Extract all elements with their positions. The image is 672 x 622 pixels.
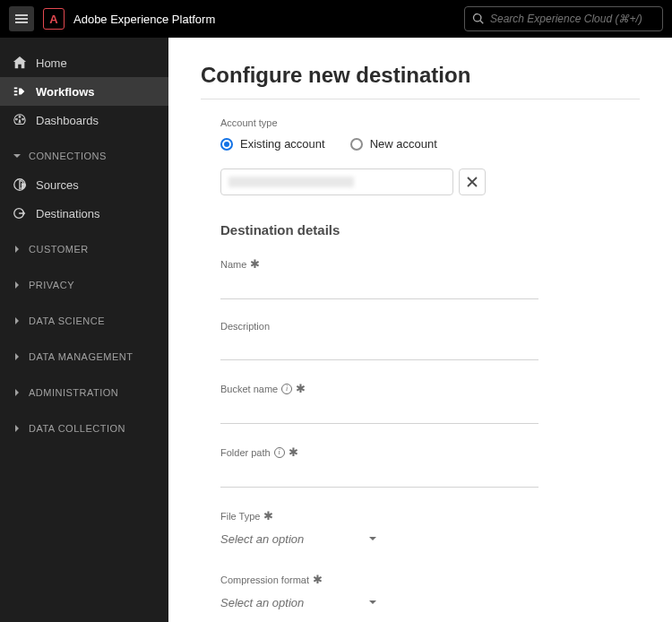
sources-icon (13, 177, 27, 192)
destinations-icon (13, 206, 27, 220)
filetype-field-wrapper: File Type ✱ Select an option (220, 509, 538, 551)
account-type-radio-group: Existing account New account (220, 137, 640, 151)
menu-icon (14, 12, 29, 26)
section-administration[interactable]: ADMINISTRATION (0, 378, 168, 407)
name-field-wrapper: Name ✱ (220, 257, 538, 299)
section-customer[interactable]: CUSTOMER (0, 235, 168, 263)
info-icon[interactable]: i (281, 384, 292, 394)
radio-label: New account (370, 137, 437, 151)
nav-label: Sources (36, 178, 79, 192)
select-placeholder: Select an option (220, 596, 304, 609)
page-title: Configure new destination (201, 63, 640, 88)
nav-dashboards[interactable]: Dashboards (0, 106, 168, 134)
description-label: Description (220, 321, 270, 332)
required-icon: ✱ (313, 573, 323, 586)
bucket-input[interactable] (220, 399, 538, 424)
nav-label: Dashboards (36, 114, 99, 127)
required-icon: ✱ (250, 257, 260, 271)
radio-label: Existing account (240, 137, 325, 151)
folder-label: Folder path (220, 447, 271, 458)
name-input[interactable] (220, 274, 538, 299)
nav-label: Workflows (36, 85, 95, 99)
section-datamanagement[interactable]: DATA MANAGEMENT (0, 342, 168, 371)
compression-field-wrapper: Compression format ✱ Select an option (220, 573, 538, 615)
radio-new-account[interactable]: New account (350, 137, 437, 151)
section-label: DATA MANAGEMENT (29, 351, 134, 362)
chevron-down-icon (368, 598, 377, 607)
chevron-right-icon (13, 281, 22, 289)
required-icon: ✱ (289, 445, 298, 459)
select-placeholder: Select an option (220, 532, 304, 546)
chevron-right-icon (13, 316, 22, 325)
search-box[interactable] (464, 6, 663, 31)
section-label: DATA SCIENCE (29, 315, 105, 326)
hamburger-menu[interactable] (9, 6, 34, 31)
radio-existing-account[interactable]: Existing account (220, 137, 325, 151)
chevron-right-icon (13, 245, 22, 254)
account-type-label: Account type (220, 117, 640, 128)
section-datascience[interactable]: DATA SCIENCE (0, 307, 168, 335)
required-icon: ✱ (263, 509, 273, 523)
folder-field-wrapper: Folder path i ✱ (220, 445, 538, 488)
close-icon (467, 177, 478, 187)
radio-icon (220, 138, 233, 151)
section-label: PRIVACY (29, 280, 74, 290)
search-icon (472, 13, 485, 25)
dashboard-icon (13, 113, 27, 127)
section-label: CONNECTIONS (29, 151, 107, 161)
chevron-down-icon (368, 534, 377, 543)
nav-label: Home (36, 56, 67, 70)
section-label: ADMINISTRATION (29, 387, 118, 398)
nav-sources[interactable]: Sources (0, 170, 168, 199)
logo-letter: A (49, 13, 57, 26)
section-connections[interactable]: CONNECTIONS (0, 142, 168, 170)
account-value-redacted (228, 177, 354, 187)
section-label: CUSTOMER (29, 244, 89, 255)
chevron-right-icon (13, 352, 22, 361)
compression-select[interactable]: Select an option (220, 590, 377, 615)
description-input[interactable] (220, 335, 538, 360)
nav-destinations[interactable]: Destinations (0, 199, 168, 228)
chevron-right-icon (13, 388, 22, 397)
main-content: Configure new destination Account type E… (168, 38, 672, 622)
app-logo: A (43, 8, 65, 30)
filetype-select[interactable]: Select an option (220, 526, 377, 551)
description-field-wrapper: Description (220, 321, 538, 360)
radio-icon (350, 138, 363, 151)
compression-label: Compression format (220, 574, 309, 585)
bucket-label: Bucket name (220, 384, 278, 394)
section-datacollection[interactable]: DATA COLLECTION (0, 414, 168, 443)
nav-label: Destinations (36, 207, 100, 220)
section-label: DATA COLLECTION (29, 423, 125, 434)
app-title: Adobe Experience Platform (73, 13, 215, 26)
destination-details-title: Destination details (220, 222, 640, 238)
home-icon (13, 56, 27, 70)
nav-home[interactable]: Home (0, 48, 168, 77)
workflow-icon (13, 84, 27, 99)
chevron-right-icon (13, 424, 22, 433)
topbar: A Adobe Experience Platform (0, 0, 672, 38)
divider (201, 99, 640, 99)
nav-workflows[interactable]: Workflows (0, 77, 168, 106)
bucket-field-wrapper: Bucket name i ✱ (220, 382, 538, 424)
section-privacy[interactable]: PRIVACY (0, 271, 168, 299)
account-selector[interactable] (220, 168, 453, 195)
clear-account-button[interactable] (459, 168, 486, 195)
info-icon[interactable]: i (274, 447, 285, 458)
name-label: Name (220, 259, 246, 270)
folder-input[interactable] (220, 462, 538, 488)
chevron-down-icon (13, 151, 22, 160)
required-icon: ✱ (296, 382, 306, 395)
sidebar: Home Workflows Dashboards CONNECTIONS So… (0, 38, 168, 622)
filetype-label: File Type (220, 511, 260, 522)
search-input[interactable] (490, 13, 655, 25)
